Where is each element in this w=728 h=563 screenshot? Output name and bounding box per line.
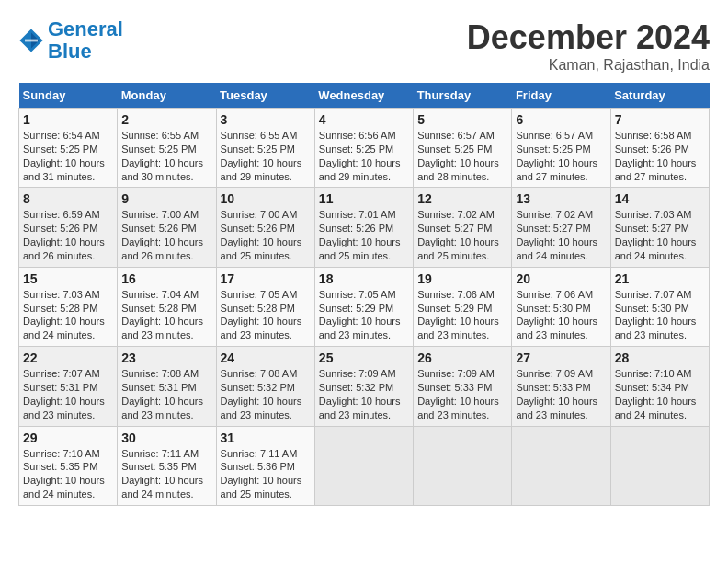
day-info: Sunrise: 7:09 AMSunset: 5:33 PMDaylight:… bbox=[516, 367, 606, 421]
day-number: 29 bbox=[23, 431, 113, 445]
day-number: 1 bbox=[23, 112, 113, 127]
day-number: 27 bbox=[516, 350, 606, 365]
header-row: Sunday Monday Tuesday Wednesday Thursday… bbox=[19, 83, 710, 109]
day-number: 12 bbox=[417, 191, 507, 206]
calendar-cell: 23Sunrise: 7:08 AMSunset: 5:31 PMDayligh… bbox=[118, 347, 216, 426]
calendar-cell: 29Sunrise: 7:10 AMSunset: 5:35 PMDayligh… bbox=[19, 426, 118, 505]
day-number: 22 bbox=[23, 350, 113, 365]
day-info: Sunrise: 7:09 AMSunset: 5:32 PMDaylight:… bbox=[319, 367, 409, 421]
calendar-cell bbox=[314, 426, 413, 505]
day-number: 9 bbox=[121, 191, 211, 206]
calendar-cell: 16Sunrise: 7:04 AMSunset: 5:28 PMDayligh… bbox=[118, 267, 216, 346]
calendar-cell: 3Sunrise: 6:55 AMSunset: 5:25 PMDaylight… bbox=[216, 109, 314, 188]
calendar-cell: 1Sunrise: 6:54 AMSunset: 5:25 PMDaylight… bbox=[19, 109, 118, 188]
day-number: 26 bbox=[417, 350, 507, 365]
day-number: 30 bbox=[121, 431, 211, 445]
day-info: Sunrise: 7:02 AMSunset: 5:27 PMDaylight:… bbox=[417, 208, 507, 262]
calendar-cell bbox=[610, 426, 709, 505]
calendar-cell: 10Sunrise: 7:00 AMSunset: 5:26 PMDayligh… bbox=[216, 188, 314, 267]
calendar-row-5: 29Sunrise: 7:10 AMSunset: 5:35 PMDayligh… bbox=[19, 426, 710, 505]
col-wednesday: Wednesday bbox=[314, 83, 413, 109]
day-info: Sunrise: 7:11 AMSunset: 5:35 PMDaylight:… bbox=[121, 447, 211, 501]
calendar-row-4: 22Sunrise: 7:07 AMSunset: 5:31 PMDayligh… bbox=[19, 347, 710, 426]
calendar-cell: 14Sunrise: 7:03 AMSunset: 5:27 PMDayligh… bbox=[610, 188, 709, 267]
calendar-cell: 12Sunrise: 7:02 AMSunset: 5:27 PMDayligh… bbox=[414, 188, 512, 267]
month-title: December 2024 bbox=[467, 18, 710, 57]
logo-line2: Blue bbox=[48, 40, 92, 63]
svg-rect-2 bbox=[25, 40, 38, 42]
day-info: Sunrise: 7:06 AMSunset: 5:30 PMDaylight:… bbox=[516, 288, 606, 342]
col-monday: Monday bbox=[118, 83, 216, 109]
logo: General Blue bbox=[18, 18, 123, 63]
day-number: 4 bbox=[319, 112, 409, 127]
day-info: Sunrise: 7:11 AMSunset: 5:36 PMDaylight:… bbox=[221, 447, 311, 501]
col-sunday: Sunday bbox=[19, 83, 118, 109]
calendar-cell: 25Sunrise: 7:09 AMSunset: 5:32 PMDayligh… bbox=[314, 347, 413, 426]
day-info: Sunrise: 6:55 AMSunset: 5:25 PMDaylight:… bbox=[221, 129, 311, 183]
day-info: Sunrise: 7:05 AMSunset: 5:29 PMDaylight:… bbox=[319, 288, 409, 342]
col-friday: Friday bbox=[512, 83, 610, 109]
day-number: 3 bbox=[221, 112, 311, 127]
day-info: Sunrise: 7:08 AMSunset: 5:32 PMDaylight:… bbox=[221, 367, 311, 421]
day-number: 18 bbox=[319, 271, 409, 286]
calendar-cell: 19Sunrise: 7:06 AMSunset: 5:29 PMDayligh… bbox=[414, 267, 512, 346]
calendar-row-2: 8Sunrise: 6:59 AMSunset: 5:26 PMDaylight… bbox=[19, 188, 710, 267]
day-info: Sunrise: 7:02 AMSunset: 5:27 PMDaylight:… bbox=[516, 208, 606, 262]
day-info: Sunrise: 7:10 AMSunset: 5:35 PMDaylight:… bbox=[23, 447, 113, 501]
day-number: 23 bbox=[121, 350, 211, 365]
calendar-cell bbox=[512, 426, 610, 505]
day-info: Sunrise: 7:04 AMSunset: 5:28 PMDaylight:… bbox=[121, 288, 211, 342]
day-info: Sunrise: 6:57 AMSunset: 5:25 PMDaylight:… bbox=[516, 129, 606, 183]
day-number: 11 bbox=[319, 191, 409, 206]
col-saturday: Saturday bbox=[610, 83, 709, 109]
day-info: Sunrise: 7:01 AMSunset: 5:26 PMDaylight:… bbox=[319, 208, 409, 262]
calendar-cell: 8Sunrise: 6:59 AMSunset: 5:26 PMDaylight… bbox=[19, 188, 118, 267]
title-block: December 2024 Kaman, Rajasthan, India bbox=[467, 18, 710, 74]
calendar-cell: 30Sunrise: 7:11 AMSunset: 5:35 PMDayligh… bbox=[118, 426, 216, 505]
day-number: 5 bbox=[417, 112, 507, 127]
calendar-cell: 5Sunrise: 6:57 AMSunset: 5:25 PMDaylight… bbox=[414, 109, 512, 188]
calendar-table: Sunday Monday Tuesday Wednesday Thursday… bbox=[18, 83, 710, 506]
day-number: 25 bbox=[319, 350, 409, 365]
calendar-cell: 6Sunrise: 6:57 AMSunset: 5:25 PMDaylight… bbox=[512, 109, 610, 188]
calendar-cell: 21Sunrise: 7:07 AMSunset: 5:30 PMDayligh… bbox=[610, 267, 709, 346]
day-number: 7 bbox=[615, 112, 705, 127]
day-info: Sunrise: 7:08 AMSunset: 5:31 PMDaylight:… bbox=[121, 367, 211, 421]
calendar-cell: 7Sunrise: 6:58 AMSunset: 5:26 PMDaylight… bbox=[610, 109, 709, 188]
calendar-cell: 17Sunrise: 7:05 AMSunset: 5:28 PMDayligh… bbox=[216, 267, 314, 346]
day-info: Sunrise: 7:07 AMSunset: 5:30 PMDaylight:… bbox=[615, 288, 705, 342]
day-info: Sunrise: 7:03 AMSunset: 5:27 PMDaylight:… bbox=[615, 208, 705, 262]
calendar-cell: 9Sunrise: 7:00 AMSunset: 5:26 PMDaylight… bbox=[118, 188, 216, 267]
day-info: Sunrise: 7:03 AMSunset: 5:28 PMDaylight:… bbox=[23, 288, 113, 342]
day-info: Sunrise: 7:00 AMSunset: 5:26 PMDaylight:… bbox=[221, 208, 311, 262]
calendar-cell: 15Sunrise: 7:03 AMSunset: 5:28 PMDayligh… bbox=[19, 267, 118, 346]
calendar-cell: 24Sunrise: 7:08 AMSunset: 5:32 PMDayligh… bbox=[216, 347, 314, 426]
calendar-cell: 22Sunrise: 7:07 AMSunset: 5:31 PMDayligh… bbox=[19, 347, 118, 426]
day-number: 8 bbox=[23, 191, 113, 206]
calendar-cell: 27Sunrise: 7:09 AMSunset: 5:33 PMDayligh… bbox=[512, 347, 610, 426]
day-number: 2 bbox=[121, 112, 211, 127]
calendar-cell: 11Sunrise: 7:01 AMSunset: 5:26 PMDayligh… bbox=[314, 188, 413, 267]
page-header: General Blue December 2024 Kaman, Rajast… bbox=[18, 18, 710, 74]
calendar-cell: 28Sunrise: 7:10 AMSunset: 5:34 PMDayligh… bbox=[610, 347, 709, 426]
day-info: Sunrise: 6:59 AMSunset: 5:26 PMDaylight:… bbox=[23, 208, 113, 262]
calendar-cell: 20Sunrise: 7:06 AMSunset: 5:30 PMDayligh… bbox=[512, 267, 610, 346]
logo-text: General Blue bbox=[48, 18, 123, 63]
day-number: 20 bbox=[516, 271, 606, 286]
calendar-row-3: 15Sunrise: 7:03 AMSunset: 5:28 PMDayligh… bbox=[19, 267, 710, 346]
calendar-cell: 4Sunrise: 6:56 AMSunset: 5:25 PMDaylight… bbox=[314, 109, 413, 188]
day-number: 16 bbox=[121, 271, 211, 286]
day-number: 28 bbox=[615, 350, 705, 365]
day-number: 10 bbox=[221, 191, 311, 206]
day-number: 19 bbox=[417, 271, 507, 286]
day-number: 24 bbox=[221, 350, 311, 365]
calendar-row-1: 1Sunrise: 6:54 AMSunset: 5:25 PMDaylight… bbox=[19, 109, 710, 188]
calendar-cell bbox=[414, 426, 512, 505]
calendar-cell: 31Sunrise: 7:11 AMSunset: 5:36 PMDayligh… bbox=[216, 426, 314, 505]
day-info: Sunrise: 6:57 AMSunset: 5:25 PMDaylight:… bbox=[417, 129, 507, 183]
day-info: Sunrise: 6:56 AMSunset: 5:25 PMDaylight:… bbox=[319, 129, 409, 183]
day-info: Sunrise: 6:55 AMSunset: 5:25 PMDaylight:… bbox=[121, 129, 211, 183]
day-number: 15 bbox=[23, 271, 113, 286]
day-info: Sunrise: 6:54 AMSunset: 5:25 PMDaylight:… bbox=[23, 129, 113, 183]
day-number: 14 bbox=[615, 191, 705, 206]
